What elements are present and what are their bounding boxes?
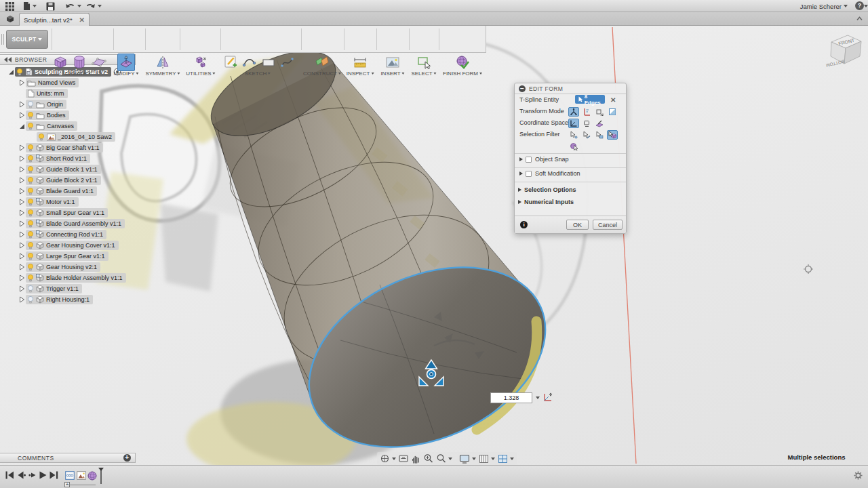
tree-item-label[interactable]: _2016_04_10 Saw2 — [58, 134, 112, 140]
step-back-icon[interactable] — [17, 471, 26, 479]
play-from-here-icon[interactable] — [28, 471, 37, 479]
tree-item-label[interactable]: Guide Block 1 v1:1 — [46, 166, 98, 173]
filter-vertex-icon[interactable] — [568, 130, 579, 140]
soft-modification-expand-icon[interactable] — [519, 171, 523, 176]
manipulator-mode-icon[interactable] — [542, 392, 553, 403]
undo-icon[interactable] — [65, 1, 81, 11]
tree-item-label[interactable]: Blade Guard v1:1 — [46, 188, 94, 195]
tree-expand-expanded-icon[interactable] — [18, 123, 25, 129]
user-menu[interactable]: Jamie Scherer — [800, 0, 848, 12]
tree-expand-collapsed-icon[interactable] — [19, 79, 25, 86]
visibility-bulb-on-icon[interactable] — [27, 187, 34, 196]
visibility-bulb-on-icon[interactable] — [27, 111, 34, 120]
save-icon[interactable] — [46, 1, 55, 11]
edit-form-header[interactable]: − EDIT FORM — [515, 83, 626, 94]
visibility-bulb-on-icon[interactable] — [16, 68, 23, 77]
form-feature-icon[interactable] — [87, 471, 98, 481]
visibility-bulb-on-icon[interactable] — [27, 144, 34, 152]
tree-item[interactable]: Guide Block 1 v1:1 — [0, 164, 142, 175]
tree-expand-collapsed-icon[interactable] — [19, 220, 25, 227]
utilities-icon[interactable] — [193, 54, 209, 70]
help-icon[interactable]: ? — [855, 1, 864, 10]
tree-item[interactable]: Blade Guard Assembly v1:1 — [0, 218, 142, 229]
tree-item[interactable]: Large Spur Gear v1:1 — [0, 251, 142, 262]
redo-icon[interactable] — [85, 1, 102, 11]
visibility-bulb-on-icon[interactable] — [27, 230, 34, 239]
orbit-icon[interactable] — [380, 453, 396, 464]
tree-expand-collapsed-icon[interactable] — [19, 112, 25, 119]
tree-item-label[interactable]: Connecting Rod v1:1 — [46, 231, 103, 238]
tree-expand-collapsed-icon[interactable] — [19, 177, 25, 184]
tree-item[interactable]: Right Housing:1 — [0, 294, 142, 305]
construct-plane-icon[interactable] — [314, 54, 330, 70]
tree-item[interactable]: Units: mm — [0, 88, 142, 99]
tree-item-label[interactable]: Units: mm — [37, 90, 64, 97]
toolbar-group-utilities[interactable]: UTILITIES — [186, 70, 211, 77]
visibility-bulb-off-icon[interactable] — [27, 100, 34, 109]
visibility-bulb-on-icon[interactable] — [27, 155, 34, 163]
toolbar-group-insert[interactable]: INSERT — [380, 70, 400, 77]
ok-button[interactable]: OK — [566, 220, 589, 230]
tree-item[interactable]: Bodies — [0, 110, 142, 121]
tree-expand-expanded-icon[interactable] — [7, 68, 14, 75]
settings-gear-icon[interactable] — [854, 471, 863, 480]
world-space-icon[interactable] — [568, 119, 579, 128]
zoom-window-icon[interactable] — [436, 453, 452, 464]
tree-item[interactable]: Gear Housing v2:1 — [0, 262, 142, 272]
timeline-position-marker[interactable] — [98, 468, 104, 484]
numerical-inputs-expand-icon[interactable] — [518, 200, 521, 204]
tree-expand-collapsed-icon[interactable] — [19, 264, 25, 270]
filter-tspline-body-icon[interactable] — [568, 142, 579, 151]
visibility-bulb-on-icon[interactable] — [38, 133, 45, 142]
tree-expand-collapsed-icon[interactable] — [19, 199, 25, 205]
create-sketch-icon[interactable] — [222, 54, 239, 70]
sketch-spline-icon[interactable] — [241, 54, 258, 70]
visibility-bulb-on-icon[interactable] — [27, 122, 34, 131]
tree-item-label[interactable]: Trigger v1:1 — [46, 285, 79, 292]
toolbar-collapse-chevron-icon[interactable] — [856, 16, 863, 22]
tree-item-label[interactable]: Motor v1:1 — [46, 199, 75, 205]
help-menu-caret[interactable] — [864, 5, 868, 7]
create-quad-icon[interactable] — [91, 54, 107, 70]
create-cylinder-icon[interactable] — [71, 54, 87, 70]
pan-icon[interactable] — [411, 454, 420, 464]
insert-canvas-icon[interactable] — [384, 54, 401, 70]
visibility-bulb-on-icon[interactable] — [27, 209, 34, 218]
tree-item[interactable]: Connecting Rod v1:1 — [0, 229, 142, 240]
tree-expand-collapsed-icon[interactable] — [19, 296, 25, 303]
translate-triad-icon[interactable] — [568, 107, 579, 117]
tree-item-label[interactable]: Named Views — [38, 79, 75, 86]
tree-item-label[interactable]: Large Spur Gear v1:1 — [46, 253, 105, 260]
tree-item-label[interactable]: Blade Guard Assembly v1:1 — [46, 220, 121, 227]
visibility-bulb-on-icon[interactable] — [27, 220, 34, 228]
visibility-bulb-on-icon[interactable] — [27, 165, 34, 174]
info-icon[interactable]: i — [520, 221, 528, 228]
tree-item[interactable]: Blade Guard v1:1 — [0, 186, 142, 197]
visibility-bulb-on-icon[interactable] — [27, 198, 34, 207]
viewports-icon[interactable] — [498, 454, 514, 464]
tree-item[interactable]: Short Rod v1:1 — [0, 153, 142, 164]
tree-item[interactable]: Guide Block 2 v1:1 — [0, 175, 142, 186]
comments-panel-header[interactable]: COMMENTS + — [0, 453, 136, 463]
zoom-icon[interactable] — [423, 453, 433, 464]
toolbar-group-symmetry[interactable]: SYMMETRY — [145, 70, 176, 77]
tree-expand-collapsed-icon[interactable] — [19, 101, 25, 108]
tree-expand-collapsed-icon[interactable] — [19, 242, 25, 249]
tree-expand-collapsed-icon[interactable] — [19, 253, 25, 260]
dialog-collapse-icon[interactable]: − — [519, 85, 526, 92]
tree-expand-collapsed-icon[interactable] — [19, 188, 25, 195]
tree-item-label[interactable]: Origin — [47, 101, 63, 108]
tree-item[interactable]: Canvases — [0, 121, 142, 131]
play-icon[interactable] — [39, 471, 47, 479]
visibility-bulb-on-icon[interactable] — [27, 176, 34, 185]
tree-expand-collapsed-icon[interactable] — [19, 209, 25, 216]
tree-expand-collapsed-icon[interactable] — [19, 231, 25, 238]
toolbar-group-select[interactable]: SELECT — [411, 70, 432, 77]
filter-body-icon[interactable] — [607, 130, 618, 140]
object-snap-checkbox[interactable] — [526, 157, 532, 163]
tree-item-label[interactable]: Bodies — [47, 112, 66, 119]
toolbar-group-finish-form[interactable]: FINISH FORM — [443, 70, 478, 77]
visibility-bulb-on-icon[interactable] — [27, 241, 34, 250]
tree-expand-collapsed-icon[interactable] — [19, 274, 25, 281]
tab-close-icon[interactable]: ✕ — [79, 16, 85, 24]
